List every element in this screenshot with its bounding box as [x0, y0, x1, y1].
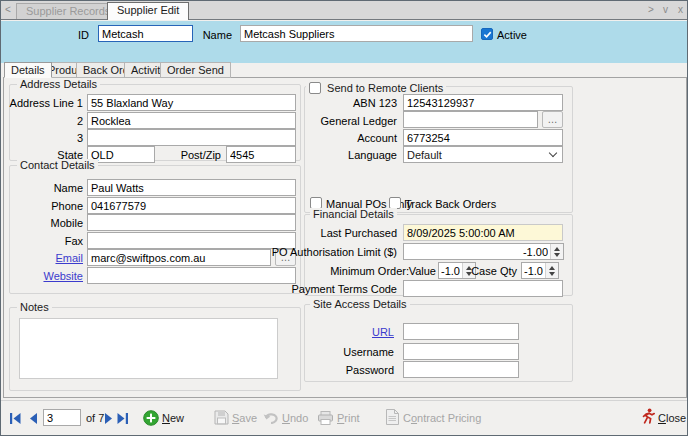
address-line2-label: 2 — [77, 115, 83, 127]
close-button-label: Close — [658, 412, 686, 424]
tab-label: Supplier Records — [26, 5, 110, 17]
tab-supplier-edit[interactable]: Supplier Edit — [107, 2, 189, 20]
general-ledger-input[interactable] — [403, 111, 538, 128]
phone-label: Phone — [51, 200, 83, 212]
save-button-label: Save — [232, 412, 257, 424]
mobile-label: Mobile — [51, 217, 83, 229]
minimum-order-label: Minimum Order: — [330, 265, 409, 277]
undo-button-label: Undo — [282, 412, 308, 424]
tab-scroll-left-button[interactable]: < — [5, 4, 11, 15]
url-link[interactable]: URL — [372, 326, 394, 338]
spin-down-icon[interactable] — [554, 253, 560, 257]
new-button-label: New — [162, 412, 184, 424]
website-link[interactable]: Website — [43, 270, 83, 282]
po-authorisation-limit-spinner[interactable] — [403, 243, 564, 260]
contact-name-input[interactable] — [87, 179, 296, 196]
mobile-input[interactable] — [87, 214, 296, 231]
language-selected-value: Default — [407, 149, 442, 161]
tab-menu-button[interactable]: v — [663, 4, 668, 15]
fax-input[interactable] — [87, 232, 296, 249]
account-label: Account — [357, 132, 397, 144]
name-label: Name — [203, 29, 232, 41]
save-floppy-icon — [214, 410, 229, 425]
password-input[interactable] — [403, 361, 519, 378]
name-input[interactable] — [240, 25, 473, 42]
tab-supplier-records[interactable]: Supplier Records — [16, 3, 120, 19]
tab-order-send[interactable]: Order Send — [160, 62, 231, 78]
active-checkbox[interactable] — [481, 28, 493, 40]
username-label: Username — [343, 346, 394, 358]
close-runner-icon — [641, 408, 655, 425]
website-input[interactable] — [87, 267, 296, 284]
active-label: Active — [497, 29, 527, 41]
id-label: ID — [78, 29, 89, 41]
minimum-order-value-label: Value — [409, 265, 436, 277]
password-label: Password — [346, 364, 394, 376]
undo-arrow-icon — [263, 411, 279, 424]
contact-details-title: Contact Details — [17, 159, 98, 171]
financial-details-title: Financial Details — [310, 208, 397, 220]
language-label: Language — [348, 149, 397, 161]
abn-input[interactable] — [403, 94, 563, 111]
email-input[interactable] — [87, 249, 271, 266]
send-to-remote-clients-label: Send to Remote Clients — [327, 82, 443, 94]
record-header: ID Name Active — [1, 21, 687, 63]
username-input[interactable] — [403, 343, 519, 360]
email-link[interactable]: Email — [55, 252, 83, 264]
po-authorisation-limit-label: PO Authorisation Limit ($) — [272, 246, 397, 258]
notes-title: Notes — [17, 301, 52, 313]
supplier-edit-window: < Supplier Records Supplier Edit > v x I… — [0, 0, 688, 436]
id-input[interactable] — [98, 25, 193, 42]
tab-details[interactable]: Details — [4, 62, 52, 78]
general-ledger-label: General Ledger — [321, 115, 397, 127]
address-line2-input[interactable] — [87, 112, 296, 129]
track-back-orders-label: Track Back Orders — [405, 198, 496, 210]
print-button-label: Print — [337, 412, 360, 424]
tab-close-button[interactable]: x — [678, 4, 683, 15]
case-qty-input[interactable] — [522, 263, 545, 278]
contact-name-label: Name — [54, 182, 83, 194]
general-ledger-browse-button[interactable]: … — [542, 111, 563, 128]
contract-pricing-button-label: Contract Pricing — [403, 412, 481, 424]
site-access-details-title: Site Access Details — [310, 298, 410, 310]
spin-up-icon[interactable] — [549, 266, 555, 270]
postzip-label: Post/Zip — [181, 149, 221, 161]
spin-up-icon[interactable] — [554, 247, 560, 251]
spinner-arrows[interactable] — [550, 244, 563, 259]
language-select[interactable]: Default — [403, 146, 563, 163]
address-line3-label: 3 — [77, 132, 83, 144]
fax-label: Fax — [65, 235, 83, 247]
chevron-down-icon — [549, 149, 557, 157]
case-qty-label: Case Qty — [471, 265, 517, 277]
spinner-arrows[interactable] — [545, 263, 558, 278]
payment-terms-code-label: Payment Terms Code — [291, 283, 397, 295]
notes-textarea[interactable] — [19, 318, 278, 379]
check-icon — [483, 30, 492, 39]
po-authorisation-limit-input[interactable] — [404, 244, 550, 259]
spin-down-icon[interactable] — [549, 272, 555, 276]
payment-terms-code-input[interactable] — [403, 280, 563, 297]
last-purchased-field — [403, 224, 563, 241]
document-tab-strip: < Supplier Records Supplier Edit > v x — [1, 1, 687, 20]
phone-input[interactable] — [87, 197, 296, 214]
tab-scroll-right-button[interactable]: > — [648, 4, 654, 15]
contract-document-icon — [386, 409, 399, 425]
address-line3-input[interactable] — [87, 129, 296, 146]
address-line1-input[interactable] — [87, 94, 296, 111]
record-count-label: of 7 — [86, 412, 104, 424]
next-record-button[interactable] — [104, 413, 113, 424]
tab-label: Supplier Edit — [117, 4, 179, 16]
last-record-button[interactable] — [116, 413, 129, 424]
case-qty-spinner[interactable] — [521, 262, 559, 279]
minimum-order-value-input[interactable] — [439, 263, 462, 278]
first-record-button[interactable] — [9, 413, 22, 424]
postzip-input[interactable] — [226, 146, 296, 163]
new-plus-icon — [143, 410, 159, 426]
send-to-remote-clients-checkbox[interactable] — [309, 82, 321, 94]
previous-record-button[interactable] — [29, 413, 38, 424]
account-input[interactable] — [403, 129, 563, 146]
remote-clients-caption: Send to Remote Clients — [306, 80, 446, 94]
printer-icon — [318, 411, 333, 425]
url-input[interactable] — [403, 323, 519, 340]
record-position-input[interactable] — [43, 409, 81, 426]
